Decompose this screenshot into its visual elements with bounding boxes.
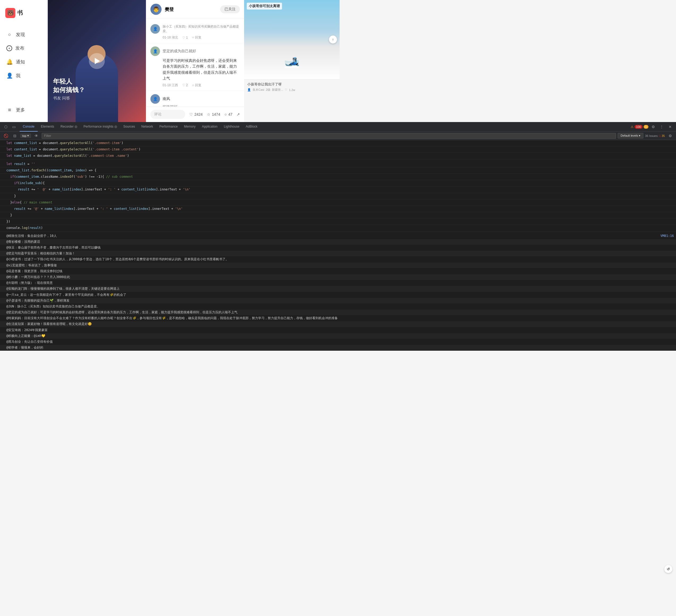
sidebar-item-publish[interactable]: + 发布 — [0, 41, 48, 55]
me-avatar: 👤 — [6, 72, 13, 79]
sidebar-item-label-discover: 发现 — [16, 32, 25, 38]
tab-memory[interactable]: Memory — [181, 122, 199, 131]
sidebar-item-discover[interactable]: ○ 发现 — [0, 27, 48, 41]
code-line-2: let content_list = document.querySelecto… — [0, 147, 676, 153]
comment-name-1: 脉小工（买东四）买知识买书买脑把自己当做产品都是卖、 — [163, 24, 240, 34]
share-button[interactable]: ↗ — [237, 112, 240, 116]
comment-reply-1[interactable]: ○ 回复 — [192, 35, 202, 40]
logo-text: 书 — [17, 9, 23, 17]
code-line-11: result += '@' + name_list[index].innerTe… — [0, 206, 676, 212]
follow-button[interactable]: 已关注 — [220, 5, 240, 13]
output-16: @生活挺划算：家庭好物！我看很有道理呢，有文化就是好😊 — [0, 321, 676, 327]
comment-input[interactable]: 评论 — [151, 110, 185, 119]
comment-item: 👤 脉小工（买东四）买知识买书买脑把自己当做产品都是卖、 01-18 湖北 ♡ … — [146, 21, 244, 43]
show-drawer-icon[interactable]: ⊟ — [11, 132, 18, 139]
output-14: @坚定的成为自己就好：可是学习的时候真的会好焦虑呀，还会受到来自各方面的压力，工… — [0, 310, 676, 316]
likes-icon: ♡ — [285, 88, 287, 92]
heart-icon: ♡ — [189, 112, 193, 116]
comment-like-2[interactable]: ♡ 2 — [182, 83, 188, 87]
output-20: @初学者：慢慢来，会好的 — [0, 345, 676, 351]
comment-item-header-2: 👤 坚定的成为自己就好 — [151, 46, 240, 56]
code-line-8: result += ' @' + name_list[index].innerT… — [0, 186, 676, 193]
right-panel: 小孩哥你可别太离谱 🎿 ↑ 小孩哥你让我出汗了呀 👤 良木Casi 2级 新疆营… — [244, 0, 340, 122]
sidebar-item-me[interactable]: 👤 我 — [0, 69, 48, 82]
output-11: @一只sa_若云：这一生我都是向下冲了，家里有个罕见病的娃，不会再有🌾的机会了 — [0, 292, 676, 298]
scroll-up-button[interactable]: ↑ — [329, 36, 337, 44]
tab-application[interactable]: Application — [199, 122, 221, 131]
tab-performance[interactable]: Performance — [156, 122, 181, 131]
sidebar-item-label-more: 更多 — [16, 107, 25, 113]
console-output[interactable]: let comment_list = document.querySelecto… — [0, 140, 676, 351]
play-button[interactable] — [89, 53, 105, 69]
comment-meta-2: 01-18 江西 ♡ 2 ○ 回复 — [163, 83, 240, 88]
tab-console[interactable]: Console — [20, 122, 38, 131]
devtools-settings-icon[interactable]: ⚙ — [650, 123, 657, 130]
vm-link[interactable]: VM81:16 — [660, 233, 674, 238]
output-18: @积极向上正能量：@imh💛 — [0, 333, 676, 339]
like-button[interactable]: ♡ 2424 — [189, 112, 203, 116]
devtools-close-icon[interactable]: ✕ — [667, 123, 674, 130]
video-line3: 书友 问答 — [53, 96, 85, 101]
devtools-toolbar-icons: ⬡ ▭ — [2, 123, 17, 130]
default-levels-button[interactable]: Default levels ▾ — [618, 133, 643, 138]
star-button[interactable]: ☆ 1474 — [207, 112, 220, 116]
comment-actions: 评论 ♡ 2424 ☆ 1474 ○ 47 ↗ — [146, 106, 244, 122]
output-13: @JUN：脉小工（买东西）知知识卖书卖脸把自己当做产品都是卖、 — [0, 304, 676, 310]
error-count: 1 — [659, 134, 661, 137]
star-count: 1474 — [212, 112, 220, 116]
comment-avatar-nanfeng: 👤 — [151, 94, 160, 104]
output-8: @村小蘑：一两万叫低谷？？？月入3000在此 — [0, 274, 676, 280]
discover-icon: ○ — [6, 31, 13, 38]
sidebar-item-notify[interactable]: 🔔 通知 — [0, 55, 48, 69]
clear-console-icon[interactable]: 🚫 — [2, 132, 9, 139]
comment-header-nanfeng: 👤 南风 — [151, 94, 240, 104]
tab-lighthouse[interactable]: Lighthouse — [221, 122, 243, 131]
comment-reply-2[interactable]: ○ 回复 — [192, 83, 202, 88]
sidebar-item-more[interactable]: ≡ 更多 — [0, 103, 48, 117]
top-context-button[interactable]: top ▾ — [20, 133, 31, 138]
publish-icon: + — [6, 45, 12, 51]
video-line1: 年轻人 — [53, 77, 85, 86]
output-2: @青衫楼楼：没用的废话 — [0, 239, 676, 245]
console-toolbar: 🚫 ⊟ top ▾ 👁 Default levels ▾ 36 Issues: … — [0, 131, 676, 140]
devtools-inspect-icon[interactable]: ⬡ — [2, 123, 9, 130]
output-9: @大聪明（努力版）：现在很简意 — [0, 280, 676, 286]
output-5: @小橙读书：过滤了一下我小红书关注的人，从3000多个里边，选出了10个，里边居… — [0, 257, 676, 262]
devtools: ⬡ ▭ Console Elements Recorder ◎ Performa… — [0, 122, 676, 351]
tab-elements[interactable]: Elements — [38, 122, 57, 131]
comment-avatar-1: 👤 — [151, 24, 160, 34]
code-line-14: console.log(result) — [0, 225, 676, 231]
output-3: @张豆：泰山届于前而色不变，麋鹿兴于左而目不瞬，而后可以赚钱 — [0, 245, 676, 251]
console-settings-icon[interactable]: ⚙ — [667, 132, 674, 139]
likes-count: 1.2w — [289, 88, 295, 92]
code-line-4: let result = '' — [0, 161, 676, 167]
output-12: @子彦读书：先狠狠的提升自己🌱，厚积薄发 — [0, 298, 676, 304]
code-line-10: }else{ // main comment — [0, 200, 676, 206]
comment-header: 👨 樊登 已关注 — [146, 0, 244, 19]
code-line-5: comment_list.forEach((comment_item, inde… — [0, 167, 676, 174]
output-7: @花是答案：我更厉害，我就没挣到过钱 — [0, 269, 676, 274]
output-10: @安顺的龙门阵：慢慢懂懂的就挣到了钱，很多人都不清楚，关键还是要在网道上 — [0, 286, 676, 292]
comment-count-button[interactable]: ○ 47 — [224, 112, 232, 116]
tab-adblock[interactable]: AdBlock — [242, 122, 261, 131]
devtools-device-icon[interactable]: ▭ — [10, 123, 17, 130]
comment-avatar-2: 👤 — [151, 46, 160, 56]
tab-recorder[interactable]: Recorder ◎ — [57, 122, 80, 131]
output-1: @精致生活情：集合副业搭子，10人VM81:16 — [0, 233, 676, 239]
filter-input[interactable] — [42, 133, 616, 139]
code-line-7: if(include_sub){ — [0, 180, 676, 186]
output-15: @玲家妈妈：目前没有大环境创业会不会太难了？作为没有积蓄的人能咋办呢？创业拿不出… — [0, 316, 676, 321]
right-bottom-author-row: 👤 良木Casi 2级 新疆营... ♡ 1.2w — [247, 88, 336, 92]
tab-network[interactable]: Network — [138, 122, 156, 131]
devtools-more-icon[interactable]: ⋮ — [658, 123, 665, 130]
eye-icon[interactable]: 👁 — [33, 132, 40, 139]
comment-item-nanfeng: 👤 南风 指路明灯 — [146, 91, 244, 106]
tab-performance-insights[interactable]: Performance insights ◎ — [80, 122, 120, 131]
comment-content-2: 可是学习的时候真的会好焦虑呀，还会受到来自各方面的压力，工作啊，生活，家庭，能力… — [163, 58, 240, 81]
comment-list: 👤 脉小工（买东四）买知识买书买脑把自己当做产品都是卖、 01-18 湖北 ♡ … — [146, 19, 244, 106]
comment-like-1[interactable]: ♡ 1 — [182, 36, 188, 40]
video-overlay: 年轻人 如何搞钱？ 书友 问答 — [53, 77, 85, 101]
comment-date-1: 01-18 湖北 — [163, 35, 178, 40]
author-region: 新疆营... — [272, 88, 283, 92]
tab-sources[interactable]: Sources — [120, 122, 138, 131]
